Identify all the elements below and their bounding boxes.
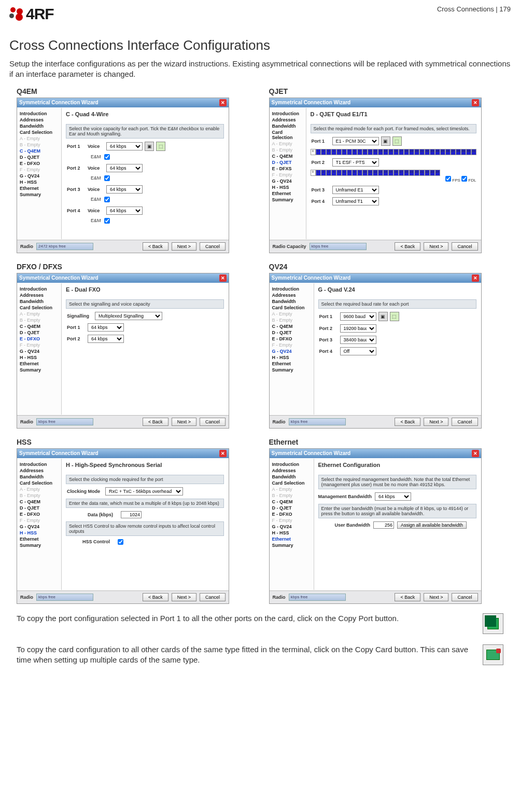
cancel-button[interactable]: Cancel (200, 242, 226, 251)
port-select[interactable]: Unframed T1 (332, 197, 379, 205)
next-button[interactable]: Next > (172, 418, 196, 426)
sidebar-item[interactable]: G - QV24 (272, 524, 312, 530)
back-button[interactable]: < Back (395, 242, 420, 251)
sidebar-item[interactable]: C - Q4EM (272, 499, 312, 505)
sidebar-item[interactable]: G - QV24 (20, 524, 59, 530)
sidebar-item[interactable]: B - Empty (272, 147, 304, 153)
sidebar-item[interactable]: E - DFXO (20, 511, 59, 517)
port-select[interactable]: 64 kbps (106, 207, 143, 215)
close-icon[interactable]: ✕ (472, 274, 479, 282)
sidebar-item[interactable]: Ethernet (272, 361, 312, 367)
sidebar-item[interactable]: F - Empty (272, 342, 312, 348)
sidebar-item[interactable]: Ethernet (20, 361, 59, 367)
sidebar-item[interactable]: F - Empty (272, 172, 304, 178)
sidebar-item[interactable]: F - Empty (20, 167, 59, 173)
eam-checkbox[interactable] (104, 154, 110, 160)
eam-checkbox[interactable] (104, 197, 110, 202)
sidebar-item[interactable]: Ethernet (272, 536, 312, 542)
close-icon[interactable]: ✕ (219, 274, 227, 282)
cancel-button[interactable]: Cancel (452, 418, 477, 426)
sidebar-item[interactable]: Ethernet (20, 185, 59, 191)
sidebar-item[interactable]: Bandwidth (272, 298, 312, 305)
sidebar-item[interactable]: Introduction (20, 111, 59, 117)
eam-checkbox[interactable] (104, 218, 110, 224)
sidebar-item[interactable]: C - Q4EM (272, 323, 312, 329)
mgmt-select[interactable]: 64 kbps (375, 492, 411, 501)
sidebar-item[interactable]: E - DFXO (272, 511, 312, 517)
sidebar-item[interactable]: C - Q4EM (20, 499, 59, 505)
sidebar-item[interactable]: D - QJET (272, 505, 312, 511)
timeslot-grid[interactable]: 0123456789101112131415161718192021222324 (311, 170, 476, 176)
cancel-button[interactable]: Cancel (200, 593, 226, 601)
next-button[interactable]: Next > (172, 242, 196, 251)
sidebar-item[interactable]: Card Selection (272, 129, 304, 141)
sidebar-item[interactable]: G - QV24 (20, 348, 59, 354)
sidebar-item[interactable]: C - Q4EM (20, 148, 59, 154)
sidebar-item[interactable]: Bandwidth (272, 123, 304, 129)
sidebar-item[interactable]: A - Empty (272, 311, 312, 317)
sidebar-item[interactable]: H - HSS (272, 184, 304, 190)
port-select[interactable]: 64 kbps (106, 185, 143, 194)
copy-port-icon[interactable]: ▣ (381, 136, 390, 146)
sidebar-item[interactable]: B - Empty (272, 492, 312, 499)
close-icon[interactable]: ✕ (219, 450, 227, 457)
sidebar-item[interactable]: Introduction (20, 286, 59, 292)
sidebar-item[interactable]: Addresses (272, 467, 312, 474)
hss-control-checkbox[interactable] (118, 539, 123, 545)
sidebar-item[interactable]: Introduction (272, 111, 304, 117)
sidebar-item[interactable]: H - HSS (272, 354, 312, 361)
sidebar-item[interactable]: F - Empty (20, 517, 59, 524)
cancel-button[interactable]: Cancel (200, 418, 226, 426)
next-button[interactable]: Next > (172, 593, 196, 601)
sidebar-item[interactable]: E - DFXO (272, 336, 312, 342)
sidebar-item[interactable]: Bandwidth (20, 298, 59, 305)
sidebar-item[interactable]: Introduction (272, 461, 312, 467)
sidebar-item[interactable]: H - HSS (20, 179, 59, 185)
sidebar-item[interactable]: F - Empty (272, 517, 312, 524)
sidebar-item[interactable]: G - QV24 (20, 173, 59, 179)
port-select[interactable]: T1 ESF - PTS (332, 158, 379, 167)
port-select[interactable]: 64 kbps (106, 164, 143, 172)
sidebar-item[interactable]: H - HSS (20, 354, 59, 361)
sidebar-item[interactable]: Summary (20, 542, 59, 548)
port-select[interactable]: 38400 baud (340, 336, 376, 344)
cancel-button[interactable]: Cancel (452, 593, 477, 601)
sidebar-item[interactable]: A - Empty (20, 486, 59, 492)
sidebar-item[interactable]: Introduction (272, 286, 312, 292)
copy-card-icon[interactable]: ⬚ (390, 312, 399, 321)
sidebar-item[interactable]: A - Empty (20, 135, 59, 142)
sidebar-item[interactable]: A - Empty (272, 486, 312, 492)
sidebar-item[interactable]: D - QJET (272, 329, 312, 336)
signalling-select[interactable]: Multiplexed Signalling (95, 312, 162, 320)
port-select[interactable]: E1 - PCM 30C (332, 137, 379, 145)
eam-checkbox[interactable] (104, 175, 110, 181)
cancel-button[interactable]: Cancel (452, 242, 477, 251)
port-select[interactable]: 64 kbps (88, 323, 124, 332)
sidebar-item[interactable]: D - QJET (272, 159, 304, 166)
sidebar-item[interactable]: Bandwidth (20, 123, 59, 129)
copy-card-icon[interactable]: ⬚ (392, 136, 402, 146)
sidebar-item[interactable]: Card Selection (272, 305, 312, 311)
sidebar-item[interactable]: Card Selection (20, 480, 59, 486)
copy-port-icon[interactable]: ▣ (145, 142, 154, 151)
sidebar-item[interactable]: Summary (20, 367, 59, 373)
port-select[interactable]: Unframed E1 (332, 186, 379, 194)
sidebar-item[interactable]: C - Q4EM (272, 153, 304, 159)
sidebar-item[interactable]: D - QJET (20, 505, 59, 511)
sidebar-item[interactable]: Bandwidth (272, 474, 312, 480)
sidebar-item[interactable]: Ethernet (272, 190, 304, 197)
next-button[interactable]: Next > (424, 593, 448, 601)
sidebar-item[interactable]: H - HSS (272, 530, 312, 536)
sidebar-item[interactable]: G - QV24 (272, 178, 304, 184)
close-icon[interactable]: ✕ (472, 99, 479, 106)
next-button[interactable]: Next > (424, 418, 448, 426)
sidebar-item[interactable]: E - DFXO (20, 336, 59, 342)
fps-checkbox[interactable] (445, 176, 451, 182)
fdl-checkbox[interactable] (461, 176, 467, 182)
user-bw-input[interactable] (373, 521, 394, 529)
sidebar-item[interactable]: Summary (20, 191, 59, 198)
clocking-select[interactable]: RxC + TxC - 56kbps overhead (105, 487, 183, 496)
sidebar-item[interactable]: Summary (272, 367, 312, 373)
copy-card-icon[interactable]: ⬚ (156, 142, 165, 151)
close-icon[interactable]: ✕ (472, 450, 479, 457)
